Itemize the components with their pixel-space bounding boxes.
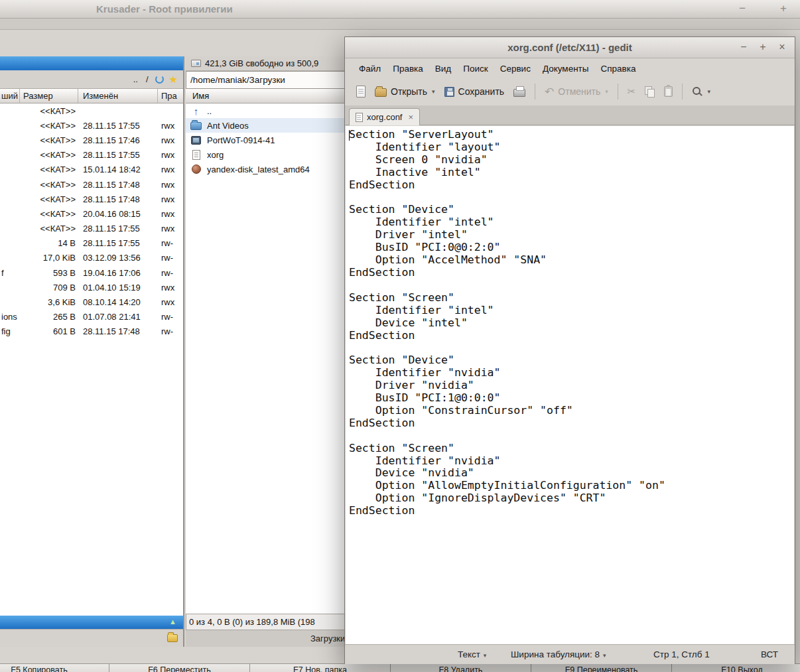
cell-size: 3,6 KiB	[20, 297, 78, 307]
copy-icon	[645, 86, 655, 98]
cell-size: 593 B	[20, 268, 78, 278]
chevron-down-icon: ▾	[707, 88, 710, 95]
editor-content[interactable]: Section "ServerLayout" Identifier "layou…	[346, 126, 794, 517]
cell-modified: 28.11.15 17:48	[78, 194, 158, 204]
cell-perms: rw-	[158, 253, 183, 263]
save-button[interactable]: Сохранить	[440, 83, 509, 100]
new-tab-folder-icon[interactable]	[167, 634, 178, 642]
krusader-titlebar[interactable]: Krusader - Root привилегии − +	[0, 0, 800, 19]
gedit-maximize-button[interactable]: +	[756, 37, 770, 57]
file-row[interactable]: <<КАТ>>28.11.15 17:55rwx	[0, 118, 183, 133]
app-icon	[191, 136, 201, 145]
file-row[interactable]: 14 B28.11.15 17:55rw-	[0, 236, 183, 251]
open-button[interactable]: Открыть ▾	[370, 83, 440, 100]
file-row[interactable]: <<КАТ>>28.11.15 17:48rwx	[0, 177, 183, 192]
cell-size: <<КАТ>>	[20, 180, 78, 190]
cell-perms: rwx	[158, 121, 183, 131]
fn-button-f8[interactable]: F8 Удалить	[391, 663, 531, 672]
column-header-ext[interactable]: ший	[0, 89, 20, 103]
text-cursor	[349, 130, 350, 141]
tab-width-label: Ширина табуляции: 8	[511, 649, 600, 659]
file-row[interactable]: 3,6 KiB08.10.14 14:20rwx	[0, 295, 183, 309]
krusader-left-panel: .. / ★ ший Размер Изменён Пра <<КАТ>><<К…	[0, 56, 184, 647]
file-name: ..	[207, 106, 212, 116]
file-row[interactable]: ions265 B01.07.08 21:41rw-	[0, 310, 183, 324]
cell-modified: 20.04.16 08:15	[78, 209, 158, 219]
fn-button-f5[interactable]: F5 Копировать	[0, 663, 109, 672]
cell-modified: 28.11.15 17:55	[78, 238, 158, 248]
search-button[interactable]: ▾	[687, 83, 715, 100]
toolbar-separator	[535, 84, 535, 100]
column-header-size[interactable]: Размер	[20, 89, 78, 103]
paste-button[interactable]	[659, 83, 677, 100]
cursor-position-label: Стр 1, Стлб 1	[653, 649, 710, 659]
file-row[interactable]: <<КАТ>>	[0, 103, 183, 118]
gedit-minimize-button[interactable]: −	[736, 37, 751, 57]
menu-tools[interactable]: Сервис	[494, 61, 537, 76]
column-header-name[interactable]: Имя	[192, 91, 209, 101]
tab-close-icon[interactable]: ×	[408, 112, 413, 122]
cell-size: 709 B	[20, 283, 78, 293]
krusader-maximize-button[interactable]: +	[776, 1, 791, 16]
menu-edit[interactable]: Правка	[387, 61, 429, 76]
gedit-close-button[interactable]: ×	[775, 37, 789, 57]
file-row[interactable]: <<КАТ>>28.11.15 17:55rwx	[0, 222, 183, 236]
menu-view[interactable]: Вид	[429, 61, 457, 76]
menu-documents[interactable]: Документы	[537, 61, 595, 76]
file-row[interactable]: fig601 B28.11.15 17:48rw-	[0, 324, 183, 339]
folder-tab[interactable]: Загрузки	[310, 634, 345, 643]
left-panel-tab-strip	[0, 629, 183, 647]
column-header-modified[interactable]: Изменён	[78, 89, 158, 103]
pkg-file-icon	[190, 164, 202, 174]
file-row[interactable]: 17,0 KiB03.12.09 13:56rw-	[0, 251, 183, 265]
tab-width-dropdown[interactable]: Ширина табуляции: 8 ▾	[511, 649, 606, 659]
folder-file-icon	[190, 120, 202, 131]
cut-button[interactable]: ✂	[623, 83, 641, 100]
gedit-toolbar: Открыть ▾ Сохранить ↶ Отменить ▾ ✂ ▾	[345, 78, 795, 105]
root-dir-button[interactable]: /	[145, 74, 150, 84]
file-row[interactable]: f593 B19.04.16 17:06rw-	[0, 265, 183, 280]
fn-button-f9[interactable]: F9 Переименовать	[531, 663, 672, 672]
print-button[interactable]	[509, 83, 530, 100]
sync-browse-icon[interactable]	[155, 75, 164, 84]
document-tab[interactable]: xorg.conf ×	[349, 108, 420, 125]
new-document-button[interactable]	[352, 82, 370, 101]
menu-search[interactable]: Поиск	[457, 61, 494, 76]
gedit-titlebar[interactable]: xorg.conf (/etc/X11) - gedit − + ×	[345, 37, 795, 58]
cell-size: <<КАТ>>	[20, 224, 78, 234]
file-row[interactable]: <<КАТ>>28.11.15 17:55rwx	[0, 148, 183, 163]
krusader-title: Krusader - Root привилегии	[96, 3, 233, 15]
txt-file-icon	[190, 149, 202, 160]
left-panel-column-headers: ший Размер Изменён Пра	[0, 89, 183, 103]
fn-button-f6[interactable]: F6 Переместить	[109, 663, 250, 672]
menu-help[interactable]: Справка	[595, 61, 642, 76]
cell-perms: rw-	[158, 268, 183, 278]
up-dir-button[interactable]: ..	[132, 74, 139, 84]
file-row[interactable]: <<КАТ>>15.01.14 18:42rwx	[0, 163, 183, 177]
undo-button[interactable]: ↶ Отменить ▾	[540, 83, 613, 101]
tab-label: xorg.conf	[367, 112, 402, 122]
chevron-down-icon: ▾	[603, 652, 606, 659]
file-row[interactable]: <<КАТ>>20.04.16 08:15rwx	[0, 206, 183, 221]
insert-mode-indicator: ВСТ	[761, 649, 778, 659]
highlight-mode-dropdown[interactable]: Текст ▾	[458, 649, 486, 659]
copy-button[interactable]	[640, 83, 659, 101]
undo-icon: ↶	[545, 86, 554, 98]
paste-icon	[664, 86, 673, 97]
cell-name: ions	[0, 312, 20, 322]
document-icon	[356, 113, 363, 122]
file-row[interactable]: <<КАТ>>28.11.15 17:46rwx	[0, 133, 183, 147]
pkg-icon	[192, 165, 201, 174]
column-header-perms[interactable]: Пра	[158, 89, 183, 103]
fn-button-f7[interactable]: F7 Нов. папка	[250, 663, 391, 672]
bookmarks-icon[interactable]: ★	[169, 75, 178, 84]
cell-size: 14 B	[20, 238, 78, 248]
file-row[interactable]: <<КАТ>>28.11.15 17:48rwx	[0, 192, 183, 206]
cell-perms: rw-	[158, 312, 183, 322]
fn-button-f10[interactable]: F10 Выход	[672, 663, 800, 672]
krusader-minimize-button[interactable]: −	[735, 1, 750, 16]
file-row[interactable]: 709 B01.04.10 15:19rwx	[0, 280, 183, 295]
chevron-down-icon: ▾	[432, 88, 435, 95]
menu-file[interactable]: Файл	[353, 61, 387, 76]
editor-area[interactable]: Section "ServerLayout" Identifier "layou…	[346, 126, 794, 644]
